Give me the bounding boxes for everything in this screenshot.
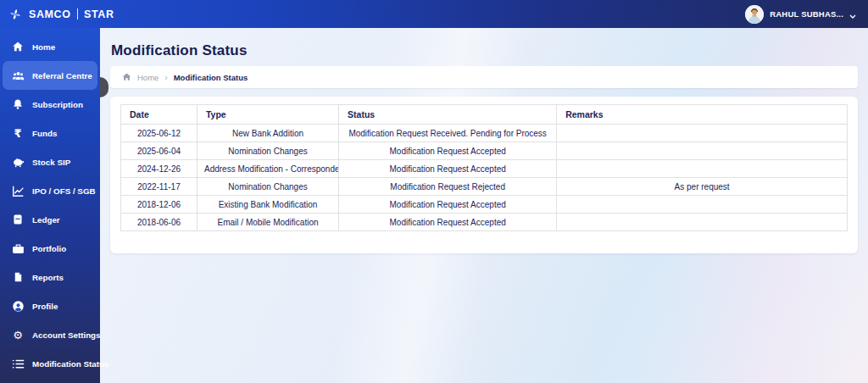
sidebar-item-label: Home xyxy=(32,42,55,52)
sidebar-item-account-settings[interactable]: ⚙ Account Settings xyxy=(3,320,97,349)
cell-type: Email / Mobile Modification xyxy=(197,214,338,231)
user-menu[interactable]: RAHUL SUBHAS... xyxy=(745,5,868,24)
cell-remarks xyxy=(557,196,848,214)
sidebar-item-profile[interactable]: Profile xyxy=(3,291,97,320)
cell-type: Nomination Changes xyxy=(197,142,338,160)
sidebar-collapse-handle[interactable] xyxy=(100,77,108,97)
top-bar: SAMCO STAR RAHUL SUBHAS... xyxy=(0,0,868,28)
cell-type: Nomination Changes xyxy=(197,178,338,196)
cell-remarks xyxy=(557,142,848,160)
sidebar-item-subscription[interactable]: Subscription xyxy=(3,90,97,119)
samco-pinwheel-icon xyxy=(8,6,22,23)
sidebar-item-label: Ledger xyxy=(32,215,60,225)
sidebar-item-label: Profile xyxy=(32,302,58,311)
table-row: 2018-06-06 Email / Mobile Modification M… xyxy=(121,214,848,231)
breadcrumb-separator: › xyxy=(164,73,167,82)
sidebar-item-label: Modification Status xyxy=(32,359,108,369)
sidebar-item-home[interactable]: Home xyxy=(3,32,97,61)
breadcrumb-home-link[interactable]: Home xyxy=(137,73,159,82)
home-icon xyxy=(11,41,25,53)
column-header-date: Date xyxy=(121,105,198,125)
sidebar-item-label: Stock SIP xyxy=(32,158,70,167)
brand-name-samco: SAMCO xyxy=(29,8,71,20)
cell-remarks xyxy=(557,125,848,142)
cell-remarks xyxy=(557,214,848,231)
users-icon xyxy=(11,69,25,82)
sidebar-item-funds[interactable]: ₹ Funds xyxy=(3,119,97,147)
breadcrumb: Home › Modification Status xyxy=(110,66,858,88)
table-row: 2022-11-17 Nomination Changes Modificati… xyxy=(121,178,848,196)
cell-date: 2022-11-17 xyxy=(121,178,198,196)
sidebar-item-referral-centre[interactable]: Referral Centre xyxy=(3,61,97,90)
cell-status: Modification Request Rejected xyxy=(339,178,557,196)
cell-date: 2018-06-06 xyxy=(121,214,198,231)
table-row: 2018-12-06 Existing Bank Modification Mo… xyxy=(121,196,848,214)
sidebar-item-label: Reports xyxy=(32,273,64,282)
sidebar-nav: Home Referral Centre Subscription ₹ Fund… xyxy=(0,28,100,383)
table-row: 2025-06-12 New Bank Addition Modificatio… xyxy=(121,125,848,142)
sidebar-item-label: Referral Centre xyxy=(32,71,92,80)
rupee-icon: ₹ xyxy=(11,128,25,139)
cell-status: Modification Request Accepted xyxy=(339,196,557,214)
sidebar-item-label: Subscription xyxy=(32,100,83,109)
profile-icon xyxy=(11,300,25,313)
cell-status: Modification Request Accepted xyxy=(339,160,557,178)
brand-separator xyxy=(77,8,79,19)
sidebar-item-reports[interactable]: Reports xyxy=(3,263,97,291)
sidebar-item-ipo-ofs-sgb[interactable]: IPO / OFS / SGB xyxy=(3,176,97,205)
brand-logo[interactable]: SAMCO STAR xyxy=(0,6,114,23)
list-icon xyxy=(11,358,25,370)
sidebar-item-label: Funds xyxy=(32,129,57,138)
sidebar-item-modification-status[interactable]: Modification Status xyxy=(3,349,97,378)
sidebar-item-label: Portfolio xyxy=(32,244,66,253)
page-title: Modification Status xyxy=(111,42,248,59)
cell-remarks xyxy=(557,160,848,178)
table-row: 2024-12-26 Address Modification - Corres… xyxy=(121,160,848,178)
breadcrumb-current: Modification Status xyxy=(174,73,248,82)
cell-date: 2024-12-26 xyxy=(121,160,198,178)
cell-status: Modification Request Received. Pending f… xyxy=(339,125,557,142)
brand-name-star: STAR xyxy=(84,8,114,20)
piggy-bank-icon xyxy=(11,156,25,169)
modification-status-table: Date Type Status Remarks 2025-06-12 New … xyxy=(120,104,848,231)
cell-remarks: As per request xyxy=(557,178,848,196)
sidebar-item-label: Account Settings xyxy=(32,330,101,340)
document-icon xyxy=(11,271,25,283)
user-name: RAHUL SUBHAS... xyxy=(770,9,843,19)
cell-status: Modification Request Accepted xyxy=(339,214,557,231)
sidebar-item-label: IPO / OFS / SGB xyxy=(32,186,96,196)
table-row: 2025-06-04 Nomination Changes Modificati… xyxy=(121,142,848,160)
sidebar-item-portfolio[interactable]: Portfolio xyxy=(3,234,97,263)
cell-status: Modification Request Accepted xyxy=(339,142,557,160)
cell-date: 2025-06-12 xyxy=(121,125,198,142)
bell-icon xyxy=(11,98,25,110)
chart-icon xyxy=(11,185,25,197)
gear-icon: ⚙ xyxy=(11,330,25,341)
table-header-row: Date Type Status Remarks xyxy=(121,105,848,125)
main-content: Modification Status Home › Modification … xyxy=(100,28,868,383)
briefcase-icon xyxy=(11,242,25,255)
chevron-down-icon xyxy=(849,7,856,22)
avatar xyxy=(745,5,764,24)
home-icon xyxy=(122,69,131,85)
cell-type: Address Modification - Correspondence xyxy=(197,160,338,178)
sidebar-item-ledger[interactable]: Ledger xyxy=(3,205,97,234)
cell-date: 2025-06-04 xyxy=(121,142,198,160)
cell-type: New Bank Addition xyxy=(197,125,338,142)
modification-status-card: Date Type Status Remarks 2025-06-12 New … xyxy=(110,97,858,253)
column-header-remarks: Remarks xyxy=(557,105,848,125)
column-header-type: Type xyxy=(197,105,338,125)
cell-date: 2018-12-06 xyxy=(121,196,198,214)
cell-type: Existing Bank Modification xyxy=(197,196,338,214)
column-header-status: Status xyxy=(339,105,557,125)
book-icon xyxy=(11,214,25,225)
sidebar-item-stock-sip[interactable]: Stock SIP xyxy=(3,147,97,176)
